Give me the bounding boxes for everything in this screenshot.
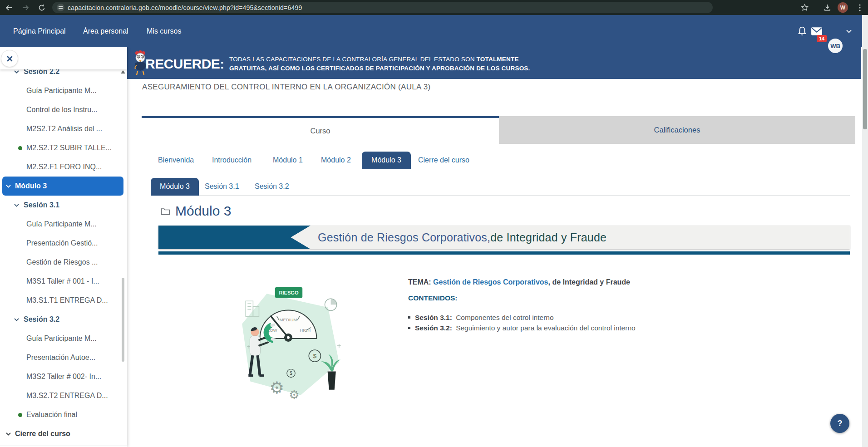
close-drawer-button[interactable] — [1, 50, 18, 67]
notifications-button[interactable] — [797, 15, 807, 47]
page-scrollbar[interactable] — [862, 15, 868, 447]
svg-text:$: $ — [290, 371, 292, 376]
sidebar-item[interactable]: M2.S2.T2 SUBIR TALLE... — [0, 138, 127, 157]
chevron-down-icon — [6, 432, 11, 436]
sidebar-item[interactable]: Presentación Gestió... — [0, 234, 127, 253]
ribbon-title-blue: Gestión de Riesgos Corporativos, — [318, 231, 490, 244]
subtab-sesion-3-1[interactable]: Sesión 3.1 — [205, 178, 239, 195]
list-item: Sesión 3.2: Seguimiento y autor para la … — [408, 323, 771, 333]
downloads-button[interactable] — [823, 0, 832, 15]
topic-ribbon: Gestión de Riesgos Corporativos, de Inte… — [158, 226, 850, 249]
topic-details: TEMA: Gestión de Riesgos Corporativos, d… — [408, 277, 771, 333]
chevron-down-icon — [14, 70, 19, 74]
sidebar-item[interactable]: Evaluación final — [0, 405, 127, 424]
sidebar-item[interactable]: Gestión de Riesgos ... — [0, 253, 127, 272]
course-index-list: Sesión 2.2 Guía Participante M... Contro… — [0, 62, 127, 443]
tema-label: TEMA: — [408, 278, 431, 286]
sidebar-item[interactable]: Guía Participante M... — [0, 81, 127, 100]
sidebar-item[interactable]: M3.S2.T2 ENTREGA D... — [0, 386, 127, 405]
section-heading-text: Módulo 3 — [175, 203, 231, 219]
close-icon — [7, 56, 13, 62]
bell-icon — [797, 26, 807, 37]
browser-profile-avatar[interactable]: W — [838, 2, 848, 13]
forward-button[interactable] — [20, 0, 31, 15]
browser-toolbar: capacitacion.contraloria.gob.ec/moodle/c… — [0, 0, 868, 15]
pie-chart-icon — [325, 299, 337, 310]
ribbon-underline-bar — [158, 251, 850, 255]
url-text[interactable]: capacitacion.contraloria.gob.ec/moodle/c… — [68, 4, 302, 11]
download-icon — [824, 4, 831, 11]
site-info-icon[interactable] — [57, 4, 64, 11]
nav-area-personal[interactable]: Área personal — [83, 15, 128, 47]
bookmark-button[interactable] — [800, 0, 809, 15]
tema-rest: , de Integridad y Fraude — [548, 278, 630, 286]
notice-text: TODAS LAS CAPACITACIONES DE LA CONTRALOR… — [229, 55, 530, 73]
back-button[interactable] — [4, 0, 15, 15]
tab-introduccion[interactable]: Introducción — [212, 152, 252, 169]
drawer-header — [0, 47, 127, 69]
sidebar-item[interactable]: M3.S1.T1 ENTREGA D... — [0, 291, 127, 310]
tab-cierre-del-curso[interactable]: Cierre del curso — [418, 152, 469, 169]
gauge-high-label: HIGH — [300, 328, 311, 333]
sidebar-item[interactable]: M3S2 Taller # 002- In... — [0, 367, 127, 386]
tab-modulo-1[interactable]: Módulo 1 — [273, 152, 303, 169]
sidebar-item[interactable]: Presentación Autoe... — [0, 348, 127, 367]
subsection-tabs: Módulo 3 Sesión 3.1 Sesión 3.2 — [151, 178, 850, 196]
reload-button[interactable] — [36, 0, 47, 15]
bullet-square-icon — [408, 327, 410, 329]
sidebar-item[interactable]: M2S2.T2 Análisis del ... — [0, 119, 127, 138]
folder-icon — [161, 207, 170, 215]
contents-list: Sesión 3.1: Componentes del cotrol inter… — [408, 312, 771, 333]
sidebar-item[interactable]: M3S1 Taller # 001 - I... — [0, 272, 127, 291]
topic-ribbon-title: Gestión de Riesgos Corporativos, de Inte… — [318, 226, 607, 249]
course-title: ASEGURAMIENTO DEL CONTROL INTERNO EN LA … — [142, 83, 430, 92]
ribbon-flag-shape — [158, 226, 311, 249]
bullet-bold: Sesión 3.2: — [415, 324, 452, 332]
nav-mis-cursos[interactable]: Mis cursos — [147, 15, 181, 47]
course-index-drawer: Sesión 2.2 Guía Participante M... Contro… — [0, 47, 127, 447]
tab-modulo-2[interactable]: Módulo 2 — [321, 152, 351, 169]
screen: capacitacion.contraloria.gob.ec/moodle/c… — [0, 0, 868, 447]
sidebar-item-sesion-3-2[interactable]: Sesión 3.2 — [0, 310, 127, 329]
tab-modulo-3[interactable]: Módulo 3 — [362, 152, 411, 169]
nav-pagina-principal[interactable]: Página Principal — [13, 15, 66, 47]
tab-calificaciones-label: Calificaciones — [654, 126, 700, 134]
user-avatar[interactable]: WB — [828, 39, 843, 53]
gauge-tag-label: RIESGO — [279, 290, 298, 295]
completed-dot-icon — [18, 146, 22, 150]
address-bar[interactable]: capacitacion.contraloria.gob.ec/moodle/c… — [52, 2, 713, 13]
sidebar-scroll-up-arrow[interactable] — [121, 70, 125, 74]
tab-bienvenida[interactable]: Bienvenida — [158, 152, 194, 169]
tab-curso-label: Curso — [310, 127, 330, 135]
subtab-sesion-3-2[interactable]: Sesión 3.2 — [255, 178, 289, 195]
sidebar-item[interactable]: Guía Participante M... — [0, 215, 127, 234]
tab-calificaciones[interactable]: Calificaciones — [499, 116, 855, 144]
contenidos-label: CONTENIDOS: — [408, 294, 771, 302]
sidebar-item-sesion-3-1[interactable]: Sesión 3.1 — [0, 196, 127, 215]
sidebar-item[interactable]: Guía Participante M... — [0, 329, 127, 348]
user-menu-toggle[interactable] — [846, 15, 852, 47]
subtab-modulo-3[interactable]: Módulo 3 — [151, 178, 199, 196]
sidebar-scrollbar-thumb[interactable] — [122, 278, 124, 362]
forward-arrow-icon — [22, 5, 29, 11]
chevron-down-icon — [14, 204, 19, 207]
section-heading: Módulo 3 — [161, 203, 231, 219]
svg-text:$: $ — [313, 353, 317, 359]
svg-text:⚙: ⚙ — [289, 388, 299, 402]
sidebar-item[interactable]: Control de los Instru... — [0, 100, 127, 119]
back-arrow-icon — [5, 5, 13, 11]
tema-link[interactable]: Gestión de Riesgos Corporativos — [433, 278, 548, 286]
help-button[interactable]: ? — [830, 414, 849, 433]
sidebar-item-modulo-3[interactable]: Módulo 3 — [2, 177, 123, 196]
message-count-badge: 14 — [817, 35, 827, 42]
bullet-square-icon — [408, 316, 410, 319]
tab-curso[interactable]: Curso — [142, 116, 499, 144]
sidebar-item[interactable]: M2.S2.F1 FORO INQ... — [0, 157, 127, 177]
messages-button[interactable] — [811, 15, 823, 47]
page-scrollbar-thumb[interactable] — [863, 49, 867, 129]
browser-menu-button[interactable] — [855, 0, 864, 15]
chevron-down-icon — [846, 29, 852, 33]
reload-icon — [38, 4, 45, 11]
sidebar-item-cierre-del-curso[interactable]: Cierre del curso — [0, 424, 127, 443]
site-navbar: Página Principal Área personal Mis curso… — [0, 15, 868, 47]
